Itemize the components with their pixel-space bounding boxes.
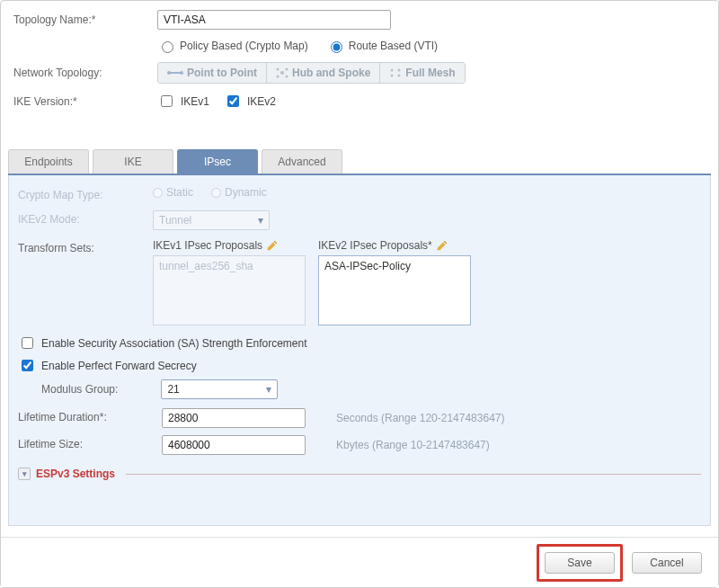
svg-point-6	[276, 76, 279, 78]
chevron-down-icon: ▾	[266, 383, 271, 396]
sa-enforcement-checkbox[interactable]: Enable Security Association (SA) Strengt…	[18, 334, 701, 352]
ikev2-proposals-label: IKEv2 IPsec Proposals*	[318, 239, 432, 252]
ikev2-mode-select: Tunnel ▾	[153, 210, 270, 230]
lifetime-duration-label: Lifetime Duration*:	[18, 408, 162, 423]
static-radio: Static	[153, 186, 193, 199]
p2p-icon	[167, 68, 183, 77]
svg-point-2	[180, 71, 183, 75]
dialog-footer: Save Cancel	[1, 537, 718, 587]
ikev2-checkbox[interactable]: IKEv2	[224, 93, 276, 110]
svg-point-1	[167, 71, 171, 75]
lifetime-size-hint: Kbytes (Range 10-2147483647)	[336, 439, 490, 451]
tab-ipsec[interactable]: IPsec	[177, 149, 258, 174]
svg-point-7	[285, 76, 288, 78]
espv3-settings-section[interactable]: ▾ ESPv3 Settings	[18, 468, 701, 480]
lifetime-size-input[interactable]	[162, 435, 306, 455]
vpn-type-radio-group: Policy Based (Crypto Map) Route Based (V…	[157, 39, 438, 53]
dialog-container: Topology Name:* Policy Based (Crypto Map…	[0, 0, 719, 588]
lifetime-duration-hint: Seconds (Range 120-2147483647)	[336, 412, 504, 424]
topology-name-label: Topology Name:*	[13, 13, 157, 26]
svg-point-4	[276, 68, 279, 71]
topology-name-input[interactable]	[157, 10, 391, 30]
ikev2-mode-label: IKEv2 Mode:	[18, 210, 153, 226]
network-topology-label: Network Topology:	[13, 67, 157, 79]
route-based-radio[interactable]: Route Based (VTI)	[326, 39, 438, 53]
tab-row: Endpoints IKE IPsec Advanced	[8, 149, 711, 175]
lifetime-duration-input[interactable]	[162, 408, 306, 428]
lifetime-size-label: Lifetime Size:	[18, 435, 162, 450]
crypto-map-type-label: Crypto Map Type:	[18, 186, 153, 201]
modulus-group-label: Modulus Group:	[41, 383, 118, 396]
route-based-label: Route Based (VTI)	[349, 40, 438, 52]
cancel-button[interactable]: Cancel	[632, 552, 702, 574]
hub-icon	[276, 67, 288, 78]
ike-version-label: IKE Version:*	[13, 95, 157, 108]
chevron-down-icon: ▾	[258, 214, 263, 227]
tab-ike[interactable]: IKE	[93, 149, 173, 174]
hub-spoke-button[interactable]: Hub and Spoke	[267, 63, 380, 83]
expand-icon[interactable]: ▾	[18, 468, 31, 480]
ikev1-checkbox[interactable]: IKEv1	[157, 93, 209, 110]
full-mesh-button[interactable]: Full Mesh	[380, 63, 464, 83]
tab-advanced[interactable]: Advanced	[262, 149, 342, 174]
transform-sets-label: Transform Sets:	[18, 239, 153, 254]
ikev2-proposals-list[interactable]: ASA-IPSec-Policy	[318, 255, 471, 325]
policy-based-radio[interactable]: Policy Based (Crypto Map)	[157, 39, 308, 53]
svg-point-10	[391, 75, 394, 77]
network-topology-buttons: Point to Point Hub and Spoke Full Mesh	[157, 62, 466, 84]
point-to-point-button[interactable]: Point to Point	[158, 63, 267, 83]
svg-point-3	[280, 71, 284, 75]
svg-point-11	[398, 75, 401, 77]
ipsec-panel: Crypto Map Type: Static Dynamic IKEv2 Mo…	[8, 175, 711, 526]
svg-point-5	[285, 68, 288, 71]
modulus-group-select[interactable]: 21 ▾	[161, 379, 278, 399]
pfs-checkbox[interactable]: Enable Perfect Forward Secrecy	[18, 357, 701, 374]
svg-point-8	[391, 69, 394, 72]
ikev1-proposals-label: IKEv1 IPsec Proposals	[153, 239, 262, 252]
save-button[interactable]: Save	[545, 552, 615, 574]
mesh-icon	[389, 67, 402, 78]
edit-icon[interactable]	[436, 239, 448, 252]
edit-icon[interactable]	[266, 239, 279, 252]
top-form: Topology Name:* Policy Based (Crypto Map…	[1, 1, 718, 124]
save-highlight: Save	[537, 544, 623, 582]
dynamic-radio: Dynamic	[211, 186, 267, 199]
ikev1-proposals-list: tunnel_aes256_sha	[153, 255, 306, 325]
svg-point-9	[398, 69, 401, 72]
tab-endpoints[interactable]: Endpoints	[8, 149, 89, 174]
policy-based-label: Policy Based (Crypto Map)	[180, 40, 308, 52]
